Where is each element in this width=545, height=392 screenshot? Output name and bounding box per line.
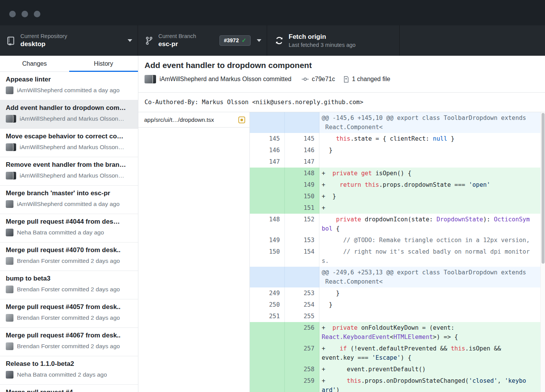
diff-gutter-new-line-number [285, 267, 319, 287]
commit-list-meta: iAmWillShepherd committed a day ago [6, 200, 132, 208]
diff-row: 148+ private get isOpen() { [250, 168, 540, 179]
history-list[interactable]: Appease linteriAmWillShepherd committed … [0, 72, 138, 392]
changed-files-count: 1 changed file [352, 76, 390, 83]
commit-summary: Add event handler to dropdown component … [138, 56, 545, 92]
avatar [6, 172, 16, 179]
diff-gutter-new-line-number: 146 [285, 145, 319, 156]
current-repository-button[interactable]: Current Repository desktop [0, 25, 138, 56]
diff-gutter-old-line-number [250, 322, 285, 343]
diff-code-line: + } [322, 192, 540, 201]
history-list-item[interactable]: Merge pull request #4070 from desk..Bren… [0, 243, 138, 271]
commit-list-title: Merge pull request #4070 from desk.. [6, 246, 132, 254]
window-close-button[interactable] [9, 11, 16, 17]
changed-files-panel: app/src/ui/t…/dropdown.tsx [138, 112, 250, 392]
diff-gutter-new-line-number: 259 [285, 375, 319, 392]
diff-code: } [319, 145, 540, 156]
history-list-item[interactable]: Merge pull request #4067 from desk..Bren… [0, 328, 138, 356]
diff-gutter-new-line-number: 152 [285, 214, 319, 234]
diff-row: 250254 } [250, 299, 540, 311]
history-list-item[interactable]: Merge pull request #4… [0, 385, 138, 392]
tab-changes[interactable]: Changes [0, 56, 69, 71]
diff-view: @@ -145,6 +145,10 @@ export class Toolba… [250, 112, 540, 392]
changed-file-item[interactable]: app/src/ui/t…/dropdown.tsx [138, 112, 249, 128]
diff-code: + if (!event.defaultPrevented && this.is… [319, 343, 540, 364]
diff-gutter-old-line-number: 145 [250, 133, 285, 145]
diff-code: private dropdownIcon(state: DropdownStat… [319, 214, 540, 234]
diff-gutter-old-line-number [250, 202, 285, 214]
diff-code-line: // @TODO: Remake triangle octicon in a 1… [322, 236, 540, 245]
history-list-item[interactable]: Merge branch 'master' into esc-priAmWill… [0, 186, 138, 214]
commit-list-meta-text: Brendan Forster committed 2 days ago [17, 286, 120, 293]
commit-list-meta: iAmWillShepherd and Markus Olsson… [6, 143, 132, 151]
diff-code-line: event.key === 'Escape') { [322, 353, 540, 362]
diff-code-line: + private onFoldoutKeyDown = (event: [322, 323, 540, 332]
diff-gutter-old-line-number: 148 [250, 214, 285, 234]
history-list-item[interactable]: Remove event handler from the bran…iAmWi… [0, 157, 138, 186]
avatar [6, 286, 13, 293]
diff-code: } [319, 299, 540, 311]
diff-code-line: } [322, 289, 540, 298]
commit-list-meta: Brendan Forster committed 2 days ago [6, 342, 132, 350]
window-minimize-button[interactable] [22, 11, 28, 17]
commit-list-meta-text: iAmWillShepherd and Markus Olsson… [20, 115, 124, 122]
diff-code: + this.props.onDropdownStateChanged('clo… [319, 375, 540, 392]
fetch-origin-subtitle: Last fetched 3 minutes ago [289, 42, 356, 48]
tab-history[interactable]: History [69, 56, 138, 71]
commit-list-title: Merge pull request #4… [6, 389, 132, 392]
diff-code: + return this.props.dropdownState === 'o… [319, 179, 540, 191]
commit-list-meta-text: iAmWillShepherd committed a day ago [17, 201, 120, 208]
diff-row: @@ -249,6 +253,13 @@ export class Toolba… [250, 267, 540, 287]
diff-gutter-old-line-number [250, 179, 285, 191]
diff-code [319, 311, 540, 322]
history-list-item[interactable]: bump to beta3Brendan Forster committed 2… [0, 271, 138, 299]
diff-code-line: @@ -145,6 +145,10 @@ export class Toolba… [322, 113, 540, 123]
diff-gutter-old-line-number: 147 [250, 156, 285, 168]
avatar [6, 342, 13, 350]
diff-gutter-new-line-number: 153 [285, 234, 319, 246]
diff-gutter-new-line-number: 151 [285, 202, 319, 214]
commit-description: Co-Authored-By: Markus Olsson <niik@user… [138, 93, 545, 112]
fetch-origin-title: Fetch origin [289, 33, 356, 41]
diff-code: this.state = { clientRect: null } [319, 133, 540, 145]
commit-list-title: Add event handler to dropdown com… [6, 104, 132, 112]
window-controls[interactable] [9, 11, 40, 17]
diff-code: // right now it's scaled badly on normal… [319, 246, 540, 267]
diff-gutter-new-line-number: 149 [285, 179, 319, 191]
diff-gutter-new-line-number: 254 [285, 299, 319, 311]
diff-gutter-new-line-number: 258 [285, 364, 319, 375]
scrollbar-thumb[interactable] [542, 113, 545, 264]
diff-gutter-old-line-number: 250 [250, 299, 285, 311]
diff-gutter-old-line-number: 150 [250, 246, 285, 267]
history-list-item[interactable]: Appease linteriAmWillShepherd committed … [0, 72, 138, 100]
window-zoom-button[interactable] [34, 11, 40, 17]
diff-code-line: + this.props.onDropdownStateChanged('clo… [322, 376, 540, 385]
git-commit-icon [301, 76, 309, 82]
diff-scrollbar[interactable] [540, 112, 545, 392]
diff-code-line: + return this.props.dropdownState === 'o… [322, 180, 540, 189]
commit-list-title: Remove event handler from the bran… [6, 161, 132, 169]
diff-row: 256+ private onFoldoutKeyDown = (event:R… [250, 322, 540, 343]
commit-list-meta: iAmWillShepherd committed a day ago [6, 86, 132, 94]
history-list-item[interactable]: Move escape behavior to correct co…iAmWi… [0, 129, 138, 157]
history-list-item[interactable]: Release to 1.1.0-beta2Neha Batra committ… [0, 356, 138, 385]
commit-title: Add event handler to dropdown component [145, 61, 539, 70]
current-branch-label: Current Branch [158, 33, 196, 40]
current-branch-button[interactable]: Current Branch esc-pr #3972 ✓ [138, 25, 267, 56]
history-list-item[interactable]: Add event handler to dropdown com…iAmWil… [0, 100, 138, 129]
history-list-item[interactable]: Merge pull request #4057 from desk..Bren… [0, 299, 138, 328]
fetch-origin-button[interactable]: Fetch origin Last fetched 3 minutes ago [267, 25, 400, 56]
avatar [6, 200, 13, 208]
diff-gutter-old-line-number [250, 168, 285, 179]
history-list-item[interactable]: Merge pull request #4044 from des…Neha B… [0, 214, 138, 243]
diff-gutter-new-line-number: 147 [285, 156, 319, 168]
diff-code: } [319, 287, 540, 299]
commit-list-meta: Brendan Forster committed 2 days ago [6, 257, 132, 265]
diff-code-line: + event.preventDefault() [322, 365, 540, 374]
diff-gutter-old-line-number [250, 112, 285, 133]
avatar [6, 143, 16, 151]
diff-row: 258+ event.preventDefault() [250, 364, 540, 375]
file-diff-icon [343, 76, 349, 83]
diff-row: 251255 [250, 311, 540, 322]
check-icon: ✓ [241, 37, 246, 44]
pr-status-badge[interactable]: #3972 ✓ [219, 35, 251, 46]
